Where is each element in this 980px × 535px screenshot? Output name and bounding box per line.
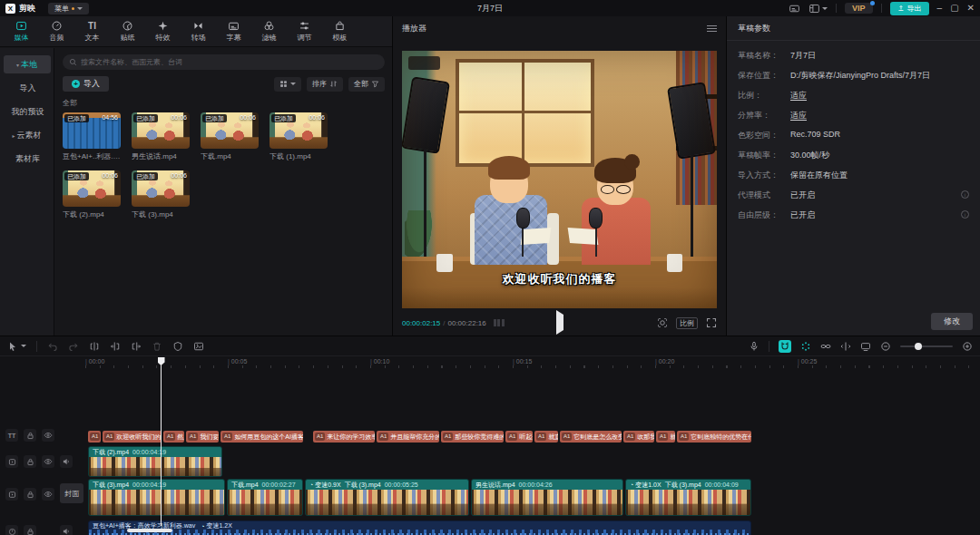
zoom-out-icon[interactable] — [880, 341, 891, 352]
tab-effects[interactable]: 特效 — [145, 20, 181, 43]
field-value[interactable]: 已开启 — [790, 209, 815, 221]
play-button[interactable] — [556, 315, 564, 331]
fullscreen-icon[interactable] — [706, 317, 717, 328]
magnetic-snap-icon[interactable] — [779, 340, 791, 353]
layout-switch-icon[interactable] — [808, 3, 828, 15]
mask-icon[interactable] — [172, 341, 183, 352]
split-icon[interactable] — [89, 341, 100, 352]
text-clip[interactable]: A1 就说 — [656, 431, 675, 443]
clip-filmstrip — [306, 490, 468, 515]
field-value[interactable]: Rec.709 SDR — [790, 130, 840, 139]
timeline-view-icon[interactable] — [860, 341, 871, 352]
media-item[interactable]: 已添加 00:06 男生说话.mp4 — [132, 112, 190, 161]
text-clip[interactable]: A1 听起来就 — [505, 431, 533, 443]
close-button[interactable]: ✕ — [967, 4, 975, 13]
video-clip[interactable]: 下载 (3).mp4 00:00:04:19 — [88, 479, 225, 516]
tab-caption[interactable]: 字幕 — [216, 20, 251, 43]
tab-text[interactable]: TI 文本 — [74, 20, 110, 43]
zoom-slider[interactable] — [900, 345, 953, 347]
zoom-slider-knob[interactable] — [915, 343, 922, 350]
field-value[interactable]: 适应 — [790, 90, 807, 102]
draft-info-icon[interactable] — [789, 3, 800, 15]
player-menu-icon[interactable] — [707, 25, 717, 32]
tab-transition[interactable]: 转场 — [181, 20, 216, 43]
redo-icon[interactable] — [68, 341, 79, 352]
video-clip[interactable]: 变速1.0X 下载 (3).mp4 00:00:04:09 — [625, 479, 751, 516]
text-clip[interactable]: A1 欢迎收听我们的播客 — [103, 431, 162, 443]
ratio-button[interactable]: 比例 — [676, 317, 698, 329]
text-clip[interactable]: A1 它到底是怎么改变我 — [560, 431, 622, 443]
preview-axis-icon[interactable] — [840, 341, 851, 352]
auto-attach-icon[interactable] — [800, 341, 811, 352]
audio-clip[interactable]: 豆包+AI+播客：高效学习新利器.wav 变速1.2X — [88, 520, 751, 535]
text-clip[interactable]: A1 来让你的学习效率 — [313, 431, 375, 443]
record-voiceover-icon[interactable] — [749, 341, 760, 352]
text-clip[interactable]: A1 我们要聊一 — [186, 431, 219, 443]
frame-view-icon[interactable] — [494, 319, 505, 326]
import-button[interactable]: + 导入 — [63, 76, 109, 92]
trim-right-icon[interactable] — [131, 341, 142, 352]
tab-sticker[interactable]: 贴纸 — [110, 20, 145, 43]
text-clip[interactable]: A1 吹那我们 — [623, 431, 654, 443]
field-value[interactable]: D:/剪映保存/JianyingPro Drafts/7月7日 — [790, 70, 930, 82]
horizontal-scrollbar[interactable] — [127, 529, 172, 532]
sidebar-item[interactable]: ▾ 本地 — [4, 55, 51, 73]
tab-audio[interactable]: 音频 — [39, 20, 74, 43]
timeline-ruler[interactable]: 00:00 00:05 00:10 00:15 00:20 00:25 — [0, 357, 980, 369]
export-button[interactable]: 导出 — [890, 2, 929, 15]
field-value[interactable]: 30.00帧/秒 — [790, 150, 829, 161]
modify-button[interactable]: 修改 — [931, 313, 973, 330]
field-value[interactable]: 适应 — [790, 110, 807, 122]
undo-icon[interactable] — [47, 341, 58, 352]
delete-icon[interactable] — [152, 341, 162, 352]
clip-filmstrip — [472, 490, 622, 515]
media-item[interactable]: 已添加 04:56 豆包+AI+..利器.wav — [63, 112, 121, 161]
snapshot-icon[interactable] — [657, 317, 668, 328]
link-toggle-icon[interactable] — [820, 341, 831, 352]
media-item[interactable]: 已添加 00:06 下载 (2).mp4 — [63, 170, 121, 219]
vip-badge[interactable]: VIP — [845, 3, 873, 14]
field-value[interactable]: 已开启 — [790, 190, 815, 201]
sidebar-item[interactable]: 导入 — [4, 79, 51, 97]
text-clip[interactable]: A1 它到底独特的优势在什么 — [677, 431, 751, 443]
sidebar-item[interactable]: 我的预设 — [4, 102, 51, 121]
chroma-key-icon[interactable] — [193, 341, 204, 352]
media-item[interactable]: 已添加 00:06 下载 (1).mp4 — [270, 112, 328, 161]
tab-filter[interactable]: 滤镜 — [251, 20, 287, 43]
field-value[interactable]: 7月7日 — [790, 50, 816, 62]
video-clip[interactable]: 男生说话.mp4 00:00:04:26 — [471, 479, 623, 516]
field-value[interactable]: 保留在原有位置 — [790, 170, 848, 181]
info-icon[interactable]: i — [961, 210, 969, 219]
video-clip[interactable]: 下载 (2).mp4 00:00:04:19 — [88, 446, 222, 477]
text-clip[interactable]: A1 h — [88, 431, 101, 443]
maximize-button[interactable]: ▢ — [950, 4, 958, 13]
sidebar-item[interactable]: 素材库 — [4, 150, 51, 168]
text-clip[interactable]: A1 然后 — [163, 431, 184, 443]
menu-button[interactable]: 菜单 — [48, 3, 89, 15]
text-clip[interactable]: A1 就直接 — [534, 431, 558, 443]
tab-media[interactable]: 媒体 — [4, 20, 39, 43]
text-clip[interactable]: A1 那些较你觉得难的 — [441, 431, 504, 443]
tab-adjust[interactable]: 调节 — [287, 20, 322, 43]
zoom-in-icon[interactable] — [962, 341, 973, 352]
select-tool-button[interactable] — [7, 341, 26, 352]
text-clip[interactable]: A1 并且能帮你充分的利 — [377, 431, 439, 443]
sort-button[interactable]: 排序 — [307, 77, 343, 92]
trim-left-icon[interactable] — [110, 341, 121, 352]
sidebar-item[interactable]: ▸ 云素材 — [4, 126, 51, 144]
media-item[interactable]: 已添加 00:06 下载.mp4 — [201, 112, 259, 161]
video-preview[interactable]: 欢迎收听我们的播客 — [402, 51, 717, 308]
text-clip[interactable]: A1 如何用豆包的这个AI播客功能 — [220, 431, 303, 443]
view-mode-button[interactable] — [274, 77, 301, 92]
transition-icon — [192, 20, 204, 32]
tab-template[interactable]: 模板 — [322, 20, 358, 43]
filter-all-button[interactable]: 全部 — [348, 77, 385, 92]
video-clip[interactable]: 下载.mp4 00:00:02:27 — [227, 479, 303, 516]
minimize-button[interactable]: – — [937, 4, 943, 13]
playhead[interactable] — [161, 357, 162, 526]
media-item[interactable]: 已添加 00:06 下载 (3).mp4 — [132, 170, 190, 219]
search-bar[interactable] — [63, 54, 385, 70]
info-icon[interactable]: i — [961, 190, 969, 199]
video-clip[interactable]: 变速0.9X 下载 (3).mp4 00:00:05:25 — [305, 479, 469, 516]
search-input[interactable] — [81, 58, 378, 66]
